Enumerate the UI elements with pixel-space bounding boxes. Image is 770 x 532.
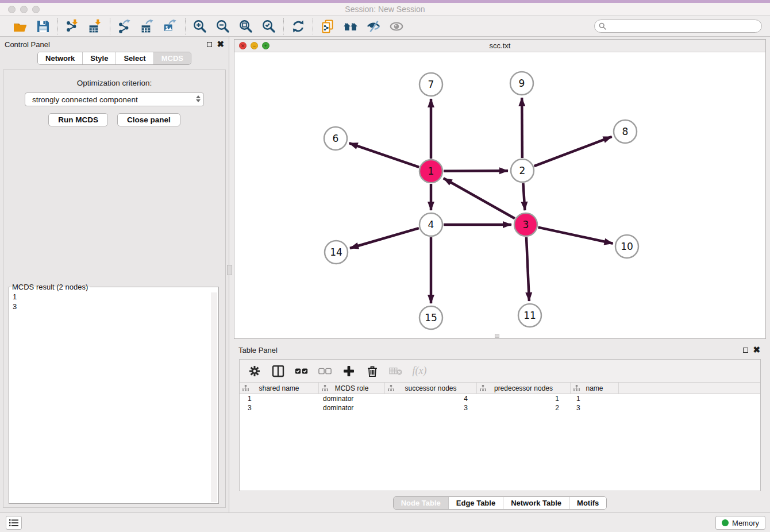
memory-button[interactable]: Memory <box>715 516 765 530</box>
table-cell: 3 <box>571 403 619 413</box>
table-header-row: shared nameMCDS rolesuccessor nodesprede… <box>240 383 760 394</box>
graph-node-3[interactable]: 3 <box>514 213 537 236</box>
mcds-result-box: MCDS result (2 nodes) 1 3 <box>9 283 219 504</box>
graph-node-15[interactable]: 15 <box>419 306 442 329</box>
control-panel-title: Control Panel <box>5 40 50 49</box>
graph-node-label: 15 <box>425 312 437 323</box>
graph-node-2[interactable]: 2 <box>511 159 534 182</box>
hide-eye-icon[interactable] <box>366 19 381 34</box>
graph-node-8[interactable]: 8 <box>614 120 637 143</box>
graph-edge-1-2[interactable] <box>444 171 508 171</box>
panel-divider-grip[interactable] <box>227 265 232 275</box>
zoom-selected-icon[interactable] <box>261 19 276 34</box>
graph-node-7[interactable]: 7 <box>419 73 442 96</box>
graph-node-label: 7 <box>428 79 434 90</box>
zoom-out-icon[interactable] <box>215 19 230 34</box>
column-header-name[interactable]: name <box>571 383 619 394</box>
search-box <box>594 20 762 33</box>
graph-edge-2-8[interactable] <box>534 137 612 166</box>
function-builder-icon: f(x) <box>413 364 426 378</box>
float-table-panel-icon[interactable] <box>743 348 748 353</box>
export-network-icon[interactable] <box>117 19 132 34</box>
add-row-icon[interactable] <box>342 364 356 378</box>
table-row[interactable]: 1dominator411 <box>240 394 760 403</box>
status-list-button[interactable] <box>6 516 22 530</box>
graph-node-label: 1 <box>428 165 434 177</box>
close-panel-button[interactable]: Close panel <box>117 113 180 126</box>
graph-node-10[interactable]: 10 <box>615 235 638 258</box>
export-image-icon[interactable] <box>163 19 178 34</box>
tab-mcds[interactable]: MCDS <box>154 52 191 64</box>
graph-edge-2-3[interactable] <box>523 183 525 210</box>
tab-node-table[interactable]: Node Table <box>394 497 449 509</box>
graph-node-4[interactable]: 4 <box>419 213 442 236</box>
graph-edge-3-1[interactable] <box>444 178 515 218</box>
settings-gear-icon[interactable] <box>248 364 261 378</box>
clone-network-icon[interactable] <box>320 19 335 34</box>
column-header-shared-name[interactable]: shared name <box>240 383 319 394</box>
import-network-icon[interactable] <box>65 19 80 34</box>
graph-node-1[interactable]: 1 <box>419 160 442 183</box>
graph-node-14[interactable]: 14 <box>325 241 348 264</box>
status-bar: Memory <box>0 512 770 532</box>
graph-edge-1-6[interactable] <box>349 143 419 167</box>
unselect-all-icon[interactable] <box>318 364 332 378</box>
graph-edge-3-11[interactable] <box>526 237 529 301</box>
graph-node-11[interactable]: 11 <box>518 304 541 327</box>
import-table-icon[interactable] <box>88 19 103 34</box>
canvas-resize-grip[interactable] <box>495 334 499 338</box>
table-cell: 4 <box>385 394 477 403</box>
tab-edge-table[interactable]: Edge Table <box>449 497 503 509</box>
save-session-icon[interactable] <box>36 19 51 34</box>
table-row[interactable]: 3dominator323 <box>240 403 760 413</box>
open-session-icon[interactable] <box>13 19 28 34</box>
search-input[interactable] <box>594 20 762 33</box>
run-mcds-button[interactable]: Run MCDS <box>48 113 108 126</box>
eye-icon[interactable] <box>389 19 404 34</box>
delete-table-icon <box>389 364 403 378</box>
criterion-select[interactable]: strongly connected component <box>25 92 204 106</box>
app-title: Session: New Session <box>0 5 770 14</box>
zoom-in-icon[interactable] <box>192 19 207 34</box>
delete-row-icon[interactable] <box>365 364 379 378</box>
close-panel-icon[interactable]: ✖ <box>217 41 224 47</box>
column-header-successor-nodes[interactable]: successor nodes <box>385 383 477 394</box>
graph-edge-3-10[interactable] <box>538 228 613 244</box>
refresh-icon[interactable] <box>291 19 306 34</box>
table-cell: dominator <box>319 403 385 413</box>
tab-network[interactable]: Network <box>38 52 83 64</box>
table-cell: 2 <box>477 403 571 413</box>
table-tabs: Node TableEdge TableNetwork TableMotifs <box>393 496 607 510</box>
node-table: f(x) shared nameMCDS rolesuccessor nodes… <box>239 359 761 491</box>
export-table-icon[interactable] <box>140 19 155 34</box>
float-panel-icon[interactable] <box>207 42 212 47</box>
graph-edge-2-9[interactable] <box>522 98 522 158</box>
graph-node-6[interactable]: 6 <box>324 127 347 150</box>
graph-node-label: 11 <box>523 310 536 321</box>
tab-style[interactable]: Style <box>83 52 116 64</box>
main-toolbar <box>0 16 770 37</box>
control-panel-tabs: NetworkStyleSelectMCDS <box>37 52 191 65</box>
memory-label: Memory <box>732 519 759 527</box>
home-icon[interactable] <box>343 19 358 34</box>
tab-select[interactable]: Select <box>116 52 153 64</box>
column-header-MCDS-role[interactable]: MCDS role <box>319 383 385 394</box>
graph-edge-4-14[interactable] <box>350 228 419 248</box>
result-scrollbar[interactable] <box>211 292 217 502</box>
table-cell: dominator <box>319 394 385 403</box>
graph-node-9[interactable]: 9 <box>510 72 533 95</box>
search-icon <box>599 22 606 32</box>
tab-network-table[interactable]: Network Table <box>503 497 569 509</box>
show-columns-icon[interactable] <box>271 364 285 378</box>
column-header-predecessor-nodes[interactable]: predecessor nodes <box>477 383 571 394</box>
select-all-icon[interactable] <box>295 364 309 378</box>
network-canvas[interactable]: 7968124314101511 <box>234 52 765 338</box>
close-table-panel-icon[interactable]: ✖ <box>753 347 760 353</box>
graph-node-label: 8 <box>622 126 629 137</box>
tab-motifs[interactable]: Motifs <box>569 497 606 509</box>
table-panel: Table Panel ✖ f(x) shared nameMCDS roles… <box>234 343 766 511</box>
graph-node-label: 3 <box>523 219 529 230</box>
column-header-label: MCDS role <box>335 384 369 392</box>
mcds-panel: Optimization criterion: strongly connect… <box>3 70 226 508</box>
zoom-fit-icon[interactable] <box>238 19 253 34</box>
